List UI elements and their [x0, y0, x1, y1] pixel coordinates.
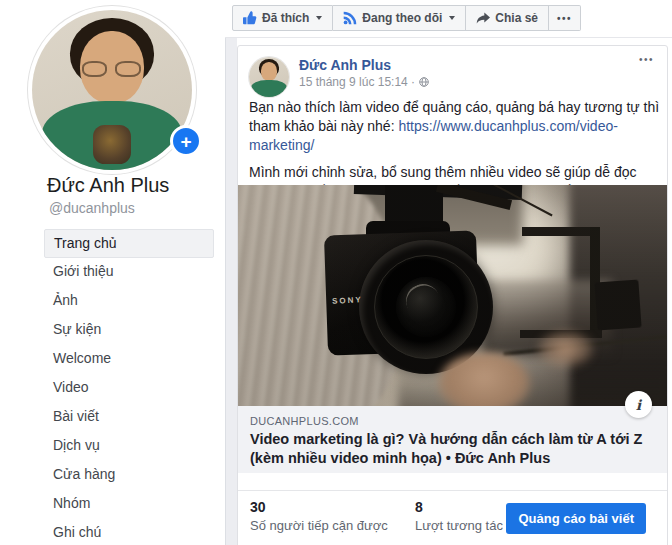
- avatar-shirt: [251, 80, 286, 97]
- more-dots-icon: •••: [557, 13, 572, 24]
- sidebar-item-shop[interactable]: Cửa hàng: [44, 461, 214, 490]
- info-icon-glyph: i: [636, 397, 641, 413]
- avatar-shirt-graphic: [93, 125, 131, 163]
- boost-post-button[interactable]: Quảng cáo bài viết: [506, 503, 646, 534]
- sidebar-item-events[interactable]: Sự kiện: [44, 316, 214, 345]
- share-button-label: Chia sẻ: [495, 11, 538, 25]
- photo-tone-overlay: [238, 185, 667, 406]
- following-button[interactable]: Đang theo dõi: [333, 5, 466, 31]
- avatar-face-art: [249, 57, 289, 97]
- liked-button-label: Đã thích: [262, 11, 309, 25]
- more-actions-button[interactable]: •••: [549, 5, 581, 31]
- thumbs-up-icon: [243, 11, 257, 25]
- profile-picture[interactable]: [28, 6, 196, 174]
- post-photo[interactable]: SONY: [238, 185, 667, 406]
- post-author-name[interactable]: Đức Anh Plus: [299, 57, 391, 73]
- reach-stat[interactable]: 30 Số người tiếp cận được: [250, 499, 388, 533]
- plus-icon: +: [180, 132, 191, 151]
- chevron-down-icon: [449, 16, 455, 20]
- post-paragraph: Bạn nào thích làm video để quảng cáo, qu…: [249, 98, 663, 155]
- share-button[interactable]: Chia sẻ: [466, 5, 549, 31]
- page-action-toolbar: Đã thích Đang theo dõi Chia sẻ •••: [232, 5, 581, 31]
- share-arrow-icon: [476, 11, 490, 25]
- avatar-glasses: [115, 61, 141, 77]
- post-insights-row: 30 Số người tiếp cận được 8 Lượt tương t…: [238, 490, 667, 545]
- interactions-stat[interactable]: 8 Lượt tương tác: [415, 499, 503, 533]
- column-gutter: [225, 38, 237, 545]
- link-preview-domain: DUCANHPLUS.COM: [250, 415, 655, 427]
- sidebar-item-notes[interactable]: Ghi chú: [44, 519, 214, 545]
- page-title: Đức Anh Plus: [47, 174, 169, 197]
- sidebar-item-photos[interactable]: Ảnh: [44, 287, 214, 316]
- sidebar-item-about[interactable]: Giới thiệu: [44, 258, 214, 287]
- reach-label: Số người tiếp cận được: [250, 518, 388, 533]
- post-timestamp[interactable]: 15 tháng 9 lúc 15:14 ·: [299, 75, 429, 89]
- reach-value: 30: [250, 499, 388, 515]
- profile-picture-photo: [32, 10, 192, 170]
- chevron-down-icon: [316, 16, 322, 20]
- avatar-face-art: [32, 10, 192, 170]
- liked-button[interactable]: Đã thích: [232, 5, 333, 31]
- follow-signal-icon: [343, 11, 357, 25]
- sidebar-item-groups[interactable]: Nhóm: [44, 490, 214, 519]
- sidebar-item-home[interactable]: Trang chủ: [44, 229, 214, 258]
- avatar-face: [261, 62, 277, 80]
- link-preview-title: Video marketing là gì? Và hướng dẫn cách…: [250, 430, 655, 468]
- following-button-label: Đang theo dõi: [362, 11, 442, 25]
- sidebar-item-video[interactable]: Video: [44, 374, 214, 403]
- page-handle[interactable]: @ducanhplus: [49, 200, 135, 216]
- post-card: Đức Anh Plus 15 tháng 9 lúc 15:14 · ••• …: [237, 45, 668, 545]
- sidebar-item-welcome[interactable]: Welcome: [44, 345, 214, 374]
- add-story-button[interactable]: +: [170, 125, 202, 157]
- sidebar-nav: Trang chủ Giới thiệu Ảnh Sự kiện Welcome…: [44, 229, 214, 545]
- post-author-avatar[interactable]: [249, 57, 289, 97]
- post-timestamp-text: 15 tháng 9 lúc 15:14 ·: [299, 75, 415, 89]
- interactions-label: Lượt tương tác: [415, 518, 503, 533]
- more-dots-icon: •••: [639, 54, 654, 65]
- sidebar-item-posts[interactable]: Bài viết: [44, 403, 214, 432]
- avatar-glasses: [82, 61, 108, 77]
- sidebar-item-services[interactable]: Dịch vụ: [44, 432, 214, 461]
- globe-icon: [419, 77, 429, 87]
- post-more-menu-button[interactable]: •••: [639, 54, 654, 65]
- interactions-value: 8: [415, 499, 503, 515]
- link-preview-card[interactable]: DUCANHPLUS.COM Video marketing là gì? Và…: [238, 406, 667, 473]
- info-icon[interactable]: i: [625, 391, 652, 418]
